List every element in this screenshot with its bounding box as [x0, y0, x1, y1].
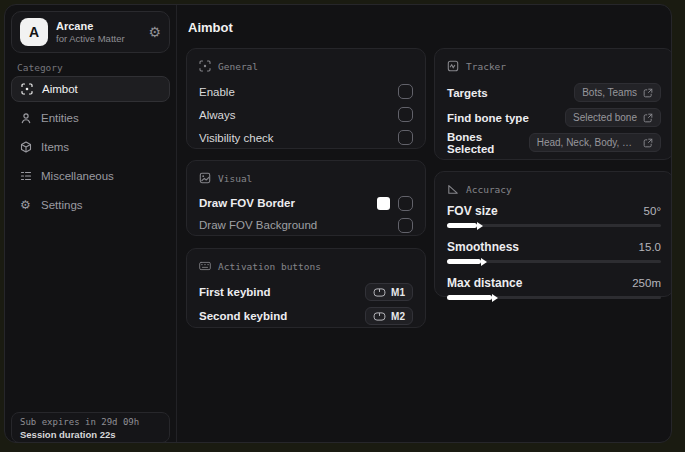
- sidebar-item-miscellaneous[interactable]: Miscellaneous: [11, 163, 170, 189]
- slider-thumb[interactable]: [481, 258, 487, 266]
- max-distance-group: Max distance 250m: [447, 274, 661, 299]
- slider-value: 15.0: [639, 241, 661, 253]
- setting-label: Find bone type: [447, 112, 529, 124]
- page-title: Aimbot: [188, 20, 233, 35]
- setting-row-find-bone-type: Find bone type Selected bone: [447, 105, 661, 130]
- mouse-icon: [373, 288, 386, 297]
- brand-text: Arcane for Active Matter: [56, 20, 125, 44]
- sidebar: A Arcane for Active Matter ⚙ Category: [5, 5, 177, 442]
- angle-icon: [447, 183, 459, 195]
- targets-dropdown[interactable]: Bots, Teams: [574, 83, 661, 102]
- max-distance-slider[interactable]: [447, 296, 661, 299]
- slider-value: 250m: [632, 277, 661, 289]
- setting-row-always: Always: [199, 103, 413, 126]
- accuracy-card: Accuracy FOV size 50° Smoothne: [434, 171, 672, 297]
- keybind-value: M2: [391, 311, 405, 322]
- sidebar-nav: Aimbot Entities It: [11, 76, 170, 218]
- slider-label: Smoothness: [447, 240, 519, 254]
- slider-thumb[interactable]: [477, 222, 483, 230]
- brand-card: A Arcane for Active Matter ⚙: [11, 11, 170, 53]
- sidebar-item-label: Entities: [41, 112, 79, 124]
- cheat-menu-window: A Arcane for Active Matter ⚙ Category: [4, 4, 672, 443]
- radar-icon: [447, 60, 459, 72]
- setting-row-fov-background: Draw FOV Background: [199, 214, 413, 236]
- setting-label: Draw FOV Background: [199, 219, 317, 231]
- category-label: Category: [17, 62, 63, 73]
- expand-icon: [643, 138, 653, 148]
- color-swatch[interactable]: [377, 197, 390, 210]
- tracker-header: Tracker: [447, 59, 661, 73]
- setting-row-enable: Enable: [199, 80, 413, 103]
- visual-card: Visual Draw FOV Border Draw FOV Backgrou…: [186, 160, 426, 236]
- activation-header: Activation buttons: [199, 259, 413, 273]
- sidebar-item-items[interactable]: Items: [11, 134, 170, 160]
- general-card: General Enable Always Visibility check: [186, 48, 426, 149]
- enable-checkbox[interactable]: [398, 84, 413, 99]
- visibility-check-checkbox[interactable]: [398, 130, 413, 145]
- subscription-card: Sub expires in 29d 09h Session duration …: [11, 412, 170, 443]
- setting-row-visibility-check: Visibility check: [199, 126, 413, 149]
- section-title: Visual: [218, 173, 252, 184]
- setting-label: Targets: [447, 87, 488, 99]
- setting-label: Second keybind: [199, 310, 287, 322]
- fov-background-checkbox[interactable]: [398, 218, 413, 233]
- fov-size-group: FOV size 50°: [447, 202, 661, 227]
- mouse-icon: [373, 312, 386, 321]
- person-icon: [20, 112, 32, 124]
- scan-icon: [199, 60, 211, 72]
- setting-row-targets: Targets Bots, Teams: [447, 80, 661, 105]
- setting-row-first-keybind: First keybind M1: [199, 280, 413, 304]
- setting-row-second-keybind: Second keybind M2: [199, 304, 413, 328]
- smoothness-slider[interactable]: [447, 260, 661, 263]
- keybind-value: M1: [391, 287, 405, 298]
- fov-border-checkbox[interactable]: [398, 196, 413, 211]
- setting-label: First keybind: [199, 286, 271, 298]
- sidebar-item-settings[interactable]: ⚙ Settings: [11, 192, 170, 218]
- setting-label: Bones Selected: [447, 131, 529, 155]
- sub-expiry-text: Sub expires in 29d 09h: [20, 417, 161, 427]
- setting-row-bones-selected: Bones Selected Head, Neck, Body, Pe...: [447, 130, 661, 155]
- section-title: Activation buttons: [218, 261, 321, 272]
- main-content: Aimbot General Enable Always: [178, 5, 671, 442]
- app-name: Arcane: [56, 20, 125, 32]
- slider-fill: [447, 223, 477, 228]
- smoothness-group: Smoothness 15.0: [447, 238, 661, 263]
- game-background: A Arcane for Active Matter ⚙ Category: [0, 0, 685, 452]
- accuracy-header: Accuracy: [447, 182, 661, 196]
- image-icon: [199, 172, 211, 184]
- sidebar-item-aimbot[interactable]: Aimbot: [11, 76, 170, 102]
- app-logo: A: [20, 18, 48, 46]
- crosshair-icon: [21, 83, 33, 95]
- keybind-button-m2[interactable]: M2: [365, 307, 413, 325]
- dropdown-value: Head, Neck, Body, Pe...: [537, 137, 637, 148]
- expand-icon: [643, 88, 653, 98]
- setting-row-fov-border: Draw FOV Border: [199, 192, 413, 214]
- sidebar-item-label: Miscellaneous: [41, 170, 114, 182]
- dropdown-value: Bots, Teams: [582, 87, 637, 98]
- keyboard-icon: [199, 260, 211, 272]
- general-header: General: [199, 59, 413, 73]
- cube-icon: [20, 141, 32, 153]
- list-icon: [20, 170, 32, 182]
- sidebar-item-label: Settings: [41, 199, 83, 211]
- session-duration-text: Session duration 22s: [20, 429, 161, 440]
- gear-icon[interactable]: ⚙: [148, 24, 161, 40]
- fov-size-slider[interactable]: [447, 224, 661, 227]
- bones-selected-dropdown[interactable]: Head, Neck, Body, Pe...: [529, 133, 661, 152]
- sidebar-item-entities[interactable]: Entities: [11, 105, 170, 131]
- app-subtitle: for Active Matter: [56, 33, 125, 44]
- always-checkbox[interactable]: [398, 107, 413, 122]
- activation-card: Activation buttons First keybind M1 Se: [186, 248, 426, 328]
- expand-icon: [643, 113, 653, 123]
- keybind-button-m1[interactable]: M1: [365, 283, 413, 301]
- setting-label: Enable: [199, 86, 235, 98]
- tracker-card: Tracker Targets Bots, Teams: [434, 48, 672, 160]
- gear-icon: ⚙: [20, 199, 32, 211]
- dropdown-value: Selected bone: [573, 112, 637, 123]
- slider-thumb[interactable]: [492, 294, 498, 302]
- sidebar-item-label: Aimbot: [42, 83, 78, 95]
- find-bone-type-dropdown[interactable]: Selected bone: [565, 108, 661, 127]
- section-title: Accuracy: [466, 184, 512, 195]
- slider-value: 50°: [644, 205, 661, 217]
- visual-header: Visual: [199, 171, 413, 185]
